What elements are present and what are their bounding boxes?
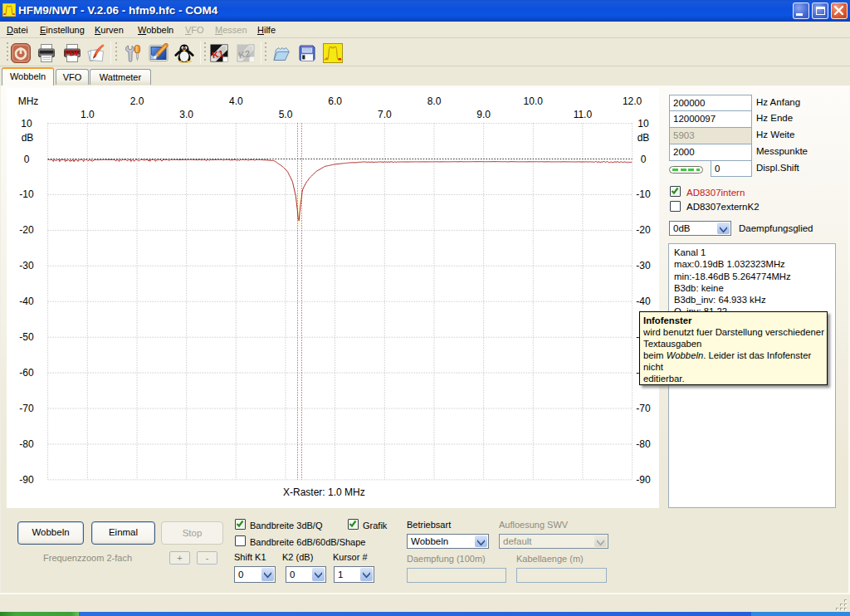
svg-text:2.0: 2.0 [130,95,144,107]
svg-text:-20: -20 [19,224,34,236]
svg-text:10.0: 10.0 [524,95,544,107]
svg-text:12.0: 12.0 [623,95,642,107]
svg-text:-90: -90 [636,474,651,486]
svg-text:0: 0 [641,154,647,165]
svg-text:1.0: 1.0 [81,109,95,120]
svg-text:5.0: 5.0 [279,109,293,120]
svg-text:PDF: PDF [65,48,81,57]
svg-text:-60: -60 [19,367,34,379]
svg-text:-80: -80 [19,438,34,450]
svg-text:4.0: 4.0 [229,95,243,107]
svg-text:3.0: 3.0 [179,109,193,120]
svg-text:9.0: 9.0 [476,109,491,120]
svg-text:MHz: MHz [18,95,39,107]
svg-text:8.0: 8.0 [427,95,442,107]
svg-text:0: 0 [24,154,30,165]
svg-text:-20: -20 [636,224,651,236]
svg-text:-80: -80 [636,438,651,450]
svg-text:-10: -10 [636,188,651,200]
svg-text:dB: dB [638,132,650,144]
svg-text:11.0: 11.0 [574,109,593,120]
svg-text:7.0: 7.0 [378,109,392,120]
svg-text:X-Raster: 1.0 MHz: X-Raster: 1.0 MHz [283,486,365,498]
svg-text:6.0: 6.0 [328,95,342,107]
svg-text:10: 10 [638,118,649,130]
svg-text:-10: -10 [19,188,34,200]
svg-text:10: 10 [21,118,32,130]
svg-text:dB: dB [22,132,34,144]
svg-text:-50: -50 [19,331,34,343]
svg-text:-40: -40 [19,296,34,307]
svg-text:-30: -30 [19,260,34,271]
svg-text:-40: -40 [636,296,651,307]
svg-text:-90: -90 [19,474,34,486]
svg-text:-30: -30 [636,260,651,271]
svg-text:-70: -70 [19,403,34,414]
svg-text:-70: -70 [636,403,651,414]
